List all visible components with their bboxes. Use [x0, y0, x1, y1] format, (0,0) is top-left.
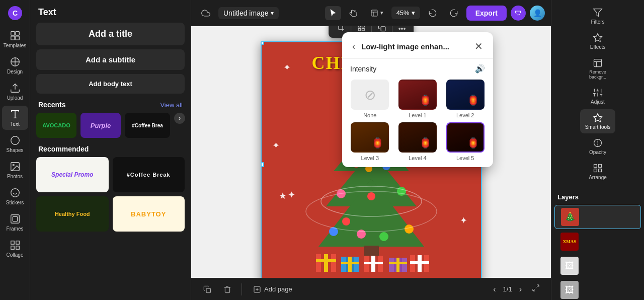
page-indicator: 1/1	[503, 285, 512, 293]
svg-rect-64	[418, 255, 422, 272]
recent-item-coffee[interactable]: #Coffee Brea	[125, 113, 170, 138]
svg-rect-93	[594, 169, 597, 172]
recents-header: Recents View all	[30, 94, 191, 113]
sidebar-item-frames[interactable]: Frames	[2, 210, 28, 235]
add-subtitle-button[interactable]: Add a subtitle	[36, 49, 185, 70]
intensity-row: Intensity 🔊	[342, 59, 493, 78]
duplicate-page-button[interactable]	[199, 283, 215, 296]
svg-rect-22	[362, 26, 364, 27]
svg-rect-16	[11, 241, 14, 244]
sidebar-item-design[interactable]: Design	[2, 53, 28, 78]
level-1-card[interactable]: 🏮 Level 1	[396, 80, 440, 118]
zoom-button[interactable]: 45% ▾	[391, 7, 420, 19]
levels-grid: ⊘ None 🏮 Level 1 🏮 Level 2 🏮 Level 3	[342, 78, 493, 167]
add-body-button[interactable]: Add body text	[36, 74, 185, 94]
sparkle-1: ✦	[283, 62, 291, 73]
layer-item-4[interactable]: 🖼	[554, 278, 641, 300]
level-3-label: Level 3	[361, 155, 379, 161]
delete-page-button[interactable]	[219, 283, 235, 296]
export-button[interactable]: Export	[466, 6, 507, 21]
svg-marker-75	[594, 9, 602, 17]
svg-rect-5	[15, 36, 19, 40]
expand-button[interactable]	[529, 282, 543, 296]
add-title-button[interactable]: Add a title	[36, 23, 185, 45]
right-tool-filters[interactable]: Filters	[580, 4, 615, 28]
recent-item-purple[interactable]: Purple	[80, 113, 121, 138]
layer-item-2[interactable]: XMAS	[554, 230, 641, 253]
sidebar-item-templates[interactable]: Templates	[2, 27, 28, 51]
layer-item-1[interactable]: 🎄	[554, 205, 641, 229]
recent-item-avocado[interactable]: AVOCADO	[36, 113, 76, 138]
sidebar-item-collage[interactable]: Collage	[2, 237, 28, 261]
sidebar-item-shapes[interactable]: Shapes	[2, 132, 28, 156]
right-tool-opacity[interactable]: Opacity	[580, 134, 615, 159]
right-tool-adjust[interactable]: Adjust	[580, 84, 615, 108]
redo-button[interactable]	[445, 6, 462, 21]
svg-rect-20	[371, 10, 377, 16]
rec-item-babytoy[interactable]: BABYTOY	[113, 196, 185, 232]
prev-page-button[interactable]: ‹	[490, 283, 499, 296]
svg-rect-21	[358, 26, 361, 27]
popup-close-button[interactable]: ✕	[472, 39, 485, 53]
level-5-card[interactable]: 🏮 Level 5	[443, 122, 487, 161]
right-tool-smart-tools[interactable]: Smart tools	[580, 109, 615, 133]
right-tool-effects[interactable]: Effects	[580, 29, 615, 53]
level-4-card[interactable]: 🏮 Level 4	[396, 122, 440, 161]
right-panel: Filters Effects Remove backgr... Adjust …	[551, 0, 644, 300]
canva-logo[interactable]: C	[7, 5, 23, 21]
intensity-label: Intensity	[350, 65, 376, 73]
page-navigation: ‹ 1/1 ›	[490, 282, 543, 296]
sparkle-4: ✦	[460, 215, 467, 226]
level-1-thumb: 🏮	[398, 80, 437, 110]
layout-button[interactable]: ▾	[366, 6, 387, 20]
cloud-save-button[interactable]	[197, 6, 214, 21]
rec-item-healthy-food[interactable]: Healthy Food	[36, 196, 109, 232]
layers-title: Layers	[551, 188, 644, 204]
svg-line-74	[533, 288, 535, 291]
hand-tool-button[interactable]	[345, 6, 362, 21]
shield-icon: 🛡	[511, 6, 526, 21]
rec-item-coffee-break[interactable]: #Coffee Break	[113, 157, 185, 192]
svg-rect-56	[371, 256, 375, 272]
recents-label: Recents	[38, 101, 65, 109]
handle-ml[interactable]	[261, 162, 264, 167]
add-page-button[interactable]: Add page	[248, 283, 297, 296]
pointer-tool-button[interactable]	[325, 6, 341, 20]
sidebar-item-photos[interactable]: Photos	[2, 158, 28, 182]
sparkle-6: ★	[279, 190, 287, 201]
sidebar-item-text[interactable]: Text	[2, 106, 28, 130]
layer-item-3[interactable]: 🖼	[554, 254, 641, 277]
low-light-panel: ‹ Low-light image enhan... ✕ Intensity 🔊…	[342, 32, 493, 167]
level-none-card[interactable]: ⊘ None	[348, 80, 392, 118]
level-5-label: Level 5	[456, 155, 474, 161]
right-tool-arrange[interactable]: Arrange	[580, 160, 615, 184]
sidebar-item-upload[interactable]: Upload	[2, 80, 28, 104]
svg-rect-14	[11, 215, 19, 223]
level-3-thumb: 🏮	[351, 122, 389, 153]
level-2-card[interactable]: 🏮 Level 2	[443, 80, 487, 118]
svg-rect-90	[594, 165, 597, 168]
left-panel: Text Add a title Add a subtitle Add body…	[30, 0, 191, 300]
popup-title: ‹ Low-light image enhan...	[350, 40, 449, 53]
file-name[interactable]: Untitled image ▾	[218, 7, 279, 19]
level-2-thumb: 🏮	[446, 80, 485, 110]
svg-point-41	[405, 224, 414, 234]
svg-line-73	[536, 285, 539, 287]
level-4-thumb: 🏮	[398, 122, 437, 153]
right-tool-remove-bg[interactable]: Remove backgr...	[580, 54, 615, 83]
next-page-button[interactable]: ›	[516, 283, 525, 296]
view-all-link[interactable]: View all	[160, 101, 183, 109]
recents-next-button[interactable]: ›	[174, 113, 185, 124]
level-3-card[interactable]: 🏮 Level 3	[348, 122, 392, 161]
undo-button[interactable]	[424, 6, 441, 21]
svg-rect-3	[15, 32, 19, 35]
level-none-thumb: ⊘	[351, 80, 389, 110]
handle-tl[interactable]	[261, 41, 264, 45]
svg-point-43	[379, 232, 388, 241]
rec-item-special-promo[interactable]: Special Promo	[36, 157, 109, 192]
popup-back-button[interactable]: ‹	[350, 40, 357, 53]
sidebar-item-stickers[interactable]: Stickers	[2, 184, 28, 208]
layer-thumb-3: 🖼	[560, 257, 579, 275]
svg-point-8	[11, 136, 19, 145]
svg-rect-17	[16, 241, 19, 244]
